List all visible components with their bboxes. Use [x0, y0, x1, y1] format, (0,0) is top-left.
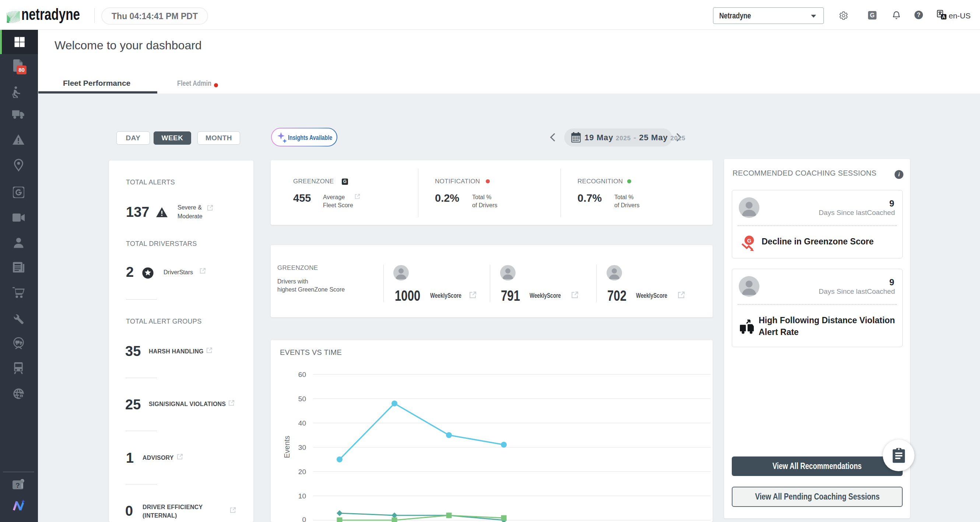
svg-text:?: ? — [16, 481, 20, 489]
svg-text:0: 0 — [302, 516, 306, 522]
svg-text:40: 40 — [298, 419, 306, 427]
svg-text:G: G — [747, 238, 751, 244]
svg-text:20: 20 — [298, 468, 306, 476]
svg-text:10: 10 — [298, 492, 306, 500]
svg-text:60: 60 — [298, 371, 306, 378]
svg-text:50: 50 — [298, 395, 306, 403]
svg-text:30: 30 — [298, 444, 306, 451]
svg-text:Events: Events — [283, 435, 291, 458]
svg-text:A: A — [942, 14, 945, 19]
svg-text:netradyne: netradyne — [21, 5, 80, 23]
